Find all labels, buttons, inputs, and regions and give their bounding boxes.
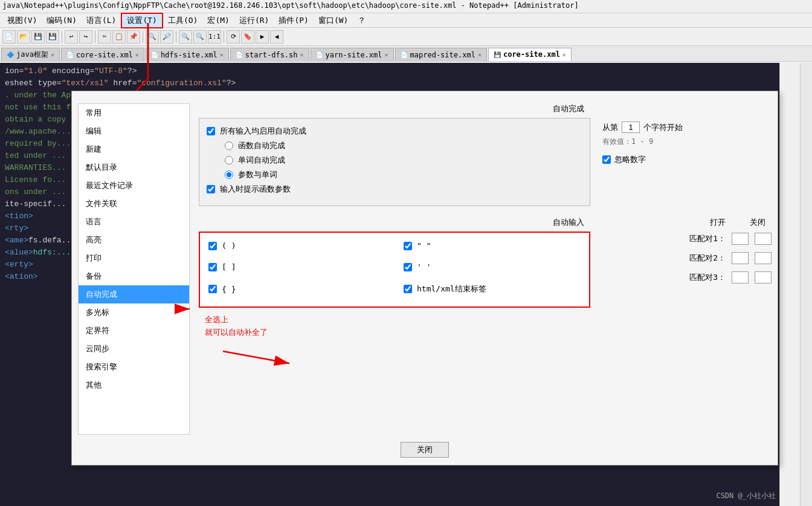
tb-findnext[interactable]: 🔎	[160, 30, 173, 44]
char-num-input[interactable]: 1	[622, 122, 640, 133]
menu-item-edit[interactable]: 编辑	[79, 122, 189, 140]
menu-item-new[interactable]: 新建	[79, 140, 189, 158]
tab-close-java[interactable]: ✕	[51, 51, 54, 58]
scrollbar[interactable]	[800, 63, 812, 506]
char-start-row: 从第 1 个字符开始	[602, 122, 772, 133]
rb-param-word[interactable]	[225, 170, 233, 179]
rb-param-label: 参数与单词	[238, 169, 277, 180]
cb-quotes-label: " "	[417, 241, 431, 250]
tb-bookmark[interactable]: 🔖	[241, 30, 254, 44]
tab-hdfs[interactable]: 📄 hdfs-site.xml ✕	[146, 48, 229, 61]
menu-item-print[interactable]: 打印	[79, 249, 189, 267]
menu-tools[interactable]: 工具(O)	[163, 14, 202, 27]
menu-plugins[interactable]: 插件(P)	[274, 14, 313, 27]
cb-ignore-numbers-label: 忽略数字	[614, 154, 646, 165]
menu-item-delimiter[interactable]: 定界符	[79, 322, 189, 340]
menu-item-highlight[interactable]: 高亮	[79, 231, 189, 249]
autoinput-container: 自动输入 ( ) " " [ ]	[199, 217, 772, 339]
tb-find[interactable]: 🔍	[146, 30, 159, 44]
cb-parens[interactable]	[208, 242, 217, 250]
note-text: 全选上就可以自动补全了	[205, 314, 602, 339]
tab-core1[interactable]: 📄 core-site.xml ✕	[61, 48, 144, 61]
menu-help[interactable]: ？	[353, 14, 370, 27]
menu-view[interactable]: 视图(V)	[2, 14, 42, 27]
tab-close-core2[interactable]: ✕	[562, 51, 566, 58]
menu-encode[interactable]: 编码(N)	[42, 14, 81, 27]
tab-startdfs[interactable]: 📄 start-dfs.sh ✕	[230, 48, 309, 61]
tab-mapred[interactable]: 📄 mapred-site.xml ✕	[395, 48, 487, 61]
tab-label-hdfs: hdfs-site.xml	[161, 51, 218, 59]
tab-close-core1[interactable]: ✕	[135, 51, 139, 58]
match-close-2[interactable]	[755, 252, 772, 264]
menu-macro[interactable]: 宏(M)	[202, 14, 234, 27]
tb-paste[interactable]: 📌	[127, 30, 140, 44]
tab-close-mapred[interactable]: ✕	[478, 51, 482, 58]
menu-lang[interactable]: 语言(L)	[82, 14, 121, 27]
toolbar-sep1	[62, 31, 62, 43]
matching-header: 打开 关闭	[602, 217, 772, 228]
ignore-numbers-row: 忽略数字	[602, 154, 772, 165]
tab-icon-hdfs: 📄	[151, 51, 158, 58]
tb-sync[interactable]: ⟳	[227, 30, 240, 44]
match-open-1[interactable]	[732, 233, 749, 245]
tb-bookmarkprev[interactable]: ◀	[270, 30, 283, 44]
match-label-3: 匹配对3：	[689, 272, 726, 283]
tb-copy[interactable]: 📋	[112, 30, 126, 44]
tb-saveall[interactable]: 💾	[46, 30, 59, 44]
tb-bookmarknext[interactable]: ▶	[256, 30, 269, 44]
menu-item-common[interactable]: 常用	[79, 104, 189, 122]
tb-undo[interactable]: ↩	[65, 30, 78, 44]
cb-htmlxml[interactable]	[404, 285, 412, 293]
cb-show-params[interactable]	[207, 185, 215, 193]
cb-singlequotes[interactable]	[404, 263, 412, 271]
menu-item-cloudsync[interactable]: 云同步	[79, 340, 189, 358]
tb-new[interactable]: 📄	[2, 30, 16, 44]
match-close-1[interactable]	[755, 233, 772, 245]
menu-run[interactable]: 运行(R)	[234, 14, 274, 27]
menu-item-backup[interactable]: 备份	[79, 267, 189, 285]
menu-item-searchengine[interactable]: 搜索引擎	[79, 358, 189, 376]
tb-open[interactable]: 📂	[17, 30, 30, 44]
tb-zoomnormal[interactable]: 1:1	[208, 30, 221, 44]
tab-java[interactable]: 🔷 java框架 ✕	[1, 48, 60, 61]
tab-core2[interactable]: 💾 core-site.xml ✕	[488, 48, 572, 61]
menu-window[interactable]: 窗口(W)	[314, 14, 353, 27]
editor-line-2: esheet type="text/xsl" href="configurati…	[5, 77, 775, 89]
menu-item-defaultdir[interactable]: 默认目录	[79, 158, 189, 177]
rb-word-autocomplete[interactable]	[225, 156, 233, 164]
cb-braces[interactable]	[208, 285, 217, 293]
cb-quotes[interactable]	[404, 242, 412, 250]
match-open-3[interactable]	[732, 271, 749, 284]
rb-func-autocomplete[interactable]	[225, 141, 233, 150]
tab-close-startdfs[interactable]: ✕	[300, 51, 304, 58]
matching-rows: 匹配对1： 匹配对2： 匹配对3：	[602, 233, 772, 284]
autoinput-brackets: [ ]	[208, 262, 385, 271]
tb-redo[interactable]: ↪	[79, 30, 92, 44]
toolbar: 📄 📂 💾 💾 ↩ ↪ ✂ 📋 📌 🔍 🔎 🔍 🔍 1:1 ⟳ 🔖 ▶ ◀	[0, 28, 812, 46]
cb-brackets-label: [ ]	[222, 262, 236, 271]
menu-item-autocomplete[interactable]: 自动完成	[79, 285, 189, 303]
match-open-2[interactable]	[732, 252, 749, 264]
cb-enable-all[interactable]	[207, 127, 215, 135]
tb-zoom-in[interactable]: 🔍	[179, 30, 192, 44]
tab-yarn[interactable]: 📄 yarn-site.xml ✕	[311, 48, 394, 61]
match-label-2: 匹配对2：	[689, 253, 726, 264]
menu-item-fileassoc[interactable]: 文件关联	[79, 195, 189, 213]
tb-save[interactable]: 💾	[31, 30, 45, 44]
tb-cut[interactable]: ✂	[98, 30, 111, 44]
menu-item-lang[interactable]: 语言	[79, 213, 189, 231]
match-close-3[interactable]	[755, 271, 772, 284]
tb-zoom-out[interactable]: 🔍	[193, 30, 207, 44]
cb-brackets[interactable]	[208, 263, 217, 271]
menu-item-recentfiles[interactable]: 最近文件记录	[79, 177, 189, 195]
close-button[interactable]: 关闭	[401, 442, 449, 458]
toolbar-sep3	[143, 31, 143, 43]
tab-close-hdfs[interactable]: ✕	[220, 51, 224, 58]
autoinput-braces: { }	[208, 284, 385, 294]
match-label-1: 匹配对1：	[689, 233, 726, 244]
cb-ignore-numbers[interactable]	[602, 155, 611, 164]
menu-item-multicursor[interactable]: 多光标	[79, 303, 189, 322]
tab-close-yarn[interactable]: ✕	[385, 51, 388, 58]
menu-item-other[interactable]: 其他	[79, 376, 189, 394]
menu-settings[interactable]: 设置(T)	[121, 13, 163, 28]
